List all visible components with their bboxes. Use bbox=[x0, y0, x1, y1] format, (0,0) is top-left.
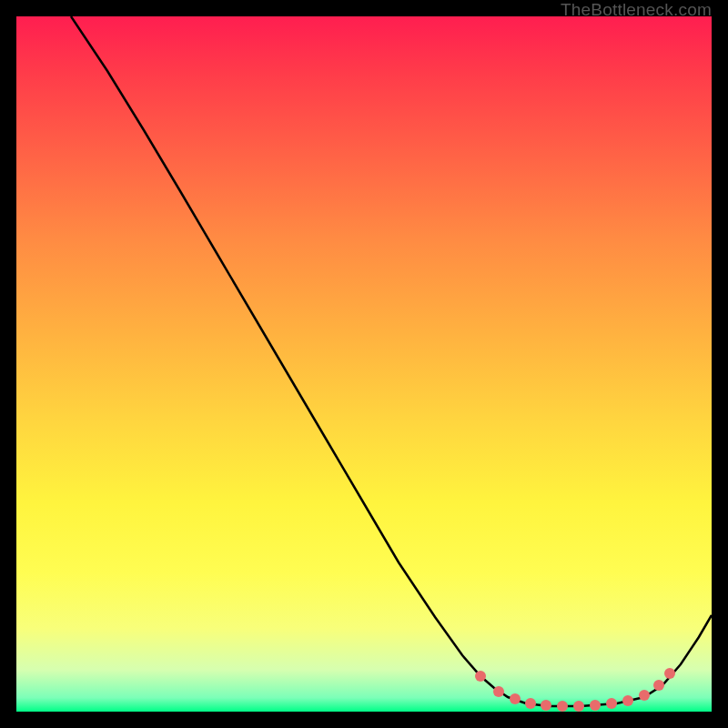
highlight-dot bbox=[510, 693, 521, 704]
highlight-dot bbox=[541, 700, 551, 711]
curve-svg bbox=[16, 16, 712, 712]
highlight-dot bbox=[590, 700, 601, 711]
plot-area bbox=[16, 16, 712, 712]
highlight-dot bbox=[573, 701, 584, 712]
chart-frame: TheBottleneck.com bbox=[0, 0, 728, 728]
highlight-dot bbox=[493, 686, 504, 697]
highlight-dot bbox=[653, 680, 664, 691]
highlight-dot bbox=[622, 695, 633, 706]
watermark-text: TheBottleneck.com bbox=[561, 0, 712, 20]
highlight-dot bbox=[639, 690, 650, 701]
highlight-dot bbox=[557, 701, 568, 712]
bottleneck-curve bbox=[71, 16, 712, 706]
highlight-dots bbox=[475, 668, 675, 712]
highlight-dot bbox=[606, 698, 617, 709]
highlight-dot bbox=[664, 668, 675, 679]
highlight-dot bbox=[475, 671, 486, 682]
highlight-dot bbox=[525, 698, 536, 709]
